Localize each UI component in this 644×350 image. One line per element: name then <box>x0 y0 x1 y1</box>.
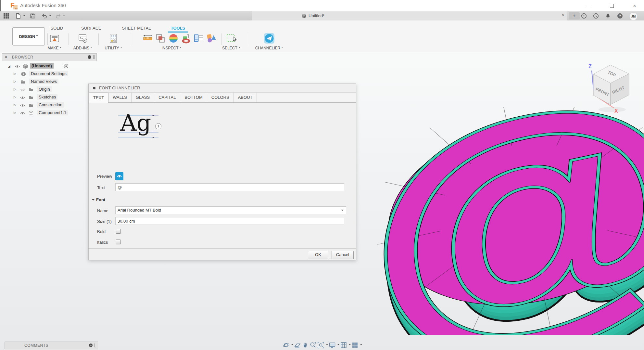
tree-row-origin[interactable]: ▷ Origin <box>2 86 97 94</box>
job-status-icon[interactable] <box>581 13 587 19</box>
group-label-select[interactable]: SELECT <box>222 46 240 50</box>
tree-row-sketches[interactable]: ▷ Sketches <box>2 94 97 101</box>
activate-radio-icon[interactable] <box>64 64 69 69</box>
expander-collapsed-icon[interactable]: ▷ <box>14 80 16 83</box>
section-analysis-icon[interactable] <box>181 33 192 44</box>
panel-grip-handle[interactable] <box>95 344 96 347</box>
look-at-icon[interactable] <box>294 342 301 349</box>
dialog-tab-colors[interactable]: COLORS <box>207 93 234 102</box>
tree-row-document-settings[interactable]: ▷ Document Settings <box>2 70 97 78</box>
document-tab-close-icon[interactable]: × <box>562 13 564 18</box>
display-caret-icon[interactable] <box>337 344 339 346</box>
dialog-tab-text[interactable]: TEXT <box>89 93 108 103</box>
size-input[interactable] <box>115 217 344 225</box>
root-document-label[interactable]: (Unsaved) <box>30 63 54 69</box>
tree-item-label[interactable]: Named Views <box>29 79 58 84</box>
tree-item-label[interactable]: Construction <box>37 102 64 108</box>
close-window-button[interactable]: × <box>630 3 639 9</box>
viewports-icon[interactable] <box>351 342 359 349</box>
expander-expanded-icon[interactable]: ◢ <box>8 64 10 68</box>
tree-item-label[interactable]: Origin <box>37 86 52 92</box>
ok-button[interactable]: OK <box>308 251 328 259</box>
grid-icon[interactable] <box>340 342 347 349</box>
eye-hidden-icon[interactable] <box>20 88 25 92</box>
expander-collapsed-icon[interactable]: ▷ <box>14 103 16 107</box>
curvature-analysis-icon[interactable] <box>168 33 179 44</box>
font-section-header[interactable]: Font <box>92 197 105 202</box>
tree-row-construction[interactable]: ▷ Construction <box>2 101 97 109</box>
italics-checkbox[interactable] <box>116 240 121 244</box>
save-icon[interactable] <box>30 13 36 19</box>
preview-toggle-button[interactable] <box>115 172 123 180</box>
tree-item-label[interactable]: Sketches <box>37 94 57 100</box>
tree-row-root[interactable]: ◢ (Unsaved) <box>2 62 97 70</box>
make-3d-print-icon[interactable] <box>49 33 60 44</box>
minimize-button[interactable] <box>583 3 593 9</box>
measure-ruler-icon[interactable] <box>142 33 153 44</box>
model-at-sign[interactable]: @ @ @ @ @ @ @ @ <box>373 107 644 335</box>
new-tab-button[interactable]: + <box>569 12 580 19</box>
dialog-title-bar[interactable]: FONT CHANNELIER <box>89 84 356 93</box>
dialog-tab-glass[interactable]: GLASS <box>132 93 154 102</box>
display-settings-icon[interactable] <box>329 342 336 349</box>
eye-visible-icon[interactable] <box>20 96 25 99</box>
file-menu-caret-icon[interactable] <box>23 15 25 17</box>
eye-visible-icon[interactable] <box>20 104 25 107</box>
maximize-button[interactable] <box>607 3 616 9</box>
file-menu-icon[interactable] <box>15 13 21 19</box>
tree-row-named-views[interactable]: ▷ Named Views <box>2 78 97 86</box>
comments-panel-header[interactable]: COMMENTS <box>5 342 98 349</box>
eye-visible-icon[interactable] <box>20 111 25 115</box>
zoom-window-icon[interactable] <box>317 342 324 349</box>
dialog-tab-about[interactable]: ABOUT <box>234 93 257 102</box>
add-comment-icon[interactable] <box>89 344 93 347</box>
view-cube[interactable]: TOP FRONT RIGHT Z X <box>575 60 644 119</box>
pan-hand-icon[interactable] <box>302 342 309 349</box>
group-label-inspect[interactable]: INSPECT <box>161 46 181 50</box>
primitives-shapes-icon[interactable] <box>206 33 217 44</box>
group-label-channelier[interactable]: CHANNELIER <box>255 46 283 50</box>
user-avatar[interactable]: JM <box>629 12 638 20</box>
group-label-utility[interactable]: UTILITY <box>105 46 122 50</box>
notifications-bell-icon[interactable] <box>605 13 611 19</box>
document-tab[interactable]: Untitled* × <box>252 11 567 20</box>
undo-icon[interactable] <box>42 13 47 19</box>
clock-icon[interactable] <box>593 13 599 19</box>
ribbon-tab-tools[interactable]: TOOLS <box>171 26 185 31</box>
component-table-icon[interactable] <box>193 33 204 44</box>
redo-caret-icon[interactable] <box>63 15 65 17</box>
eye-visible-icon[interactable] <box>15 65 20 68</box>
undo-caret-icon[interactable] <box>49 15 51 17</box>
panel-grip-handle[interactable] <box>93 55 95 59</box>
tree-item-label[interactable]: Document Settings <box>29 71 68 76</box>
zoom-window-caret-icon[interactable] <box>326 344 328 346</box>
select-tool-icon[interactable] <box>226 33 237 44</box>
app-grid-menu-icon[interactable] <box>3 13 9 19</box>
help-icon[interactable]: ? <box>617 13 623 19</box>
ribbon-tab-surface[interactable]: SURFACE <box>81 26 101 31</box>
group-label-make[interactable]: MAKE <box>47 46 61 50</box>
ribbon-tab-sheet-metal[interactable]: SHEET METAL <box>122 26 151 31</box>
expander-collapsed-icon[interactable]: ▷ <box>14 72 16 75</box>
zoom-icon[interactable] <box>309 342 317 349</box>
bold-checkbox[interactable] <box>116 229 121 234</box>
orbit-icon[interactable] <box>283 342 290 349</box>
ribbon-tab-solid[interactable]: SOLID <box>50 26 63 31</box>
workspace-switcher-button[interactable]: DESIGN <box>12 27 45 45</box>
browser-panel-header[interactable]: « BROWSER <box>2 53 97 61</box>
add-ins-script-icon[interactable] <box>77 33 88 44</box>
collapse-panel-icon[interactable]: « <box>5 54 7 59</box>
orbit-caret-icon[interactable] <box>291 344 293 346</box>
grid-caret-icon[interactable] <box>349 344 351 346</box>
text-input[interactable] <box>115 183 344 191</box>
expander-collapsed-icon[interactable]: ▷ <box>14 95 16 99</box>
expander-collapsed-icon[interactable]: ▷ <box>14 87 16 91</box>
dialog-tab-capital[interactable]: CAPITAL <box>154 93 180 102</box>
cancel-button[interactable]: Cancel <box>332 251 354 259</box>
dialog-tab-bottom[interactable]: BOTTOM <box>180 93 207 102</box>
tree-row-component[interactable]: ▷ Component1:1 <box>2 109 97 117</box>
viewports-caret-icon[interactable] <box>360 344 362 346</box>
font-name-select[interactable]: Arial Rounded MT Bold <box>115 206 346 214</box>
dialog-tab-walls[interactable]: WALLS <box>108 93 132 102</box>
panel-options-icon[interactable] <box>88 55 91 59</box>
